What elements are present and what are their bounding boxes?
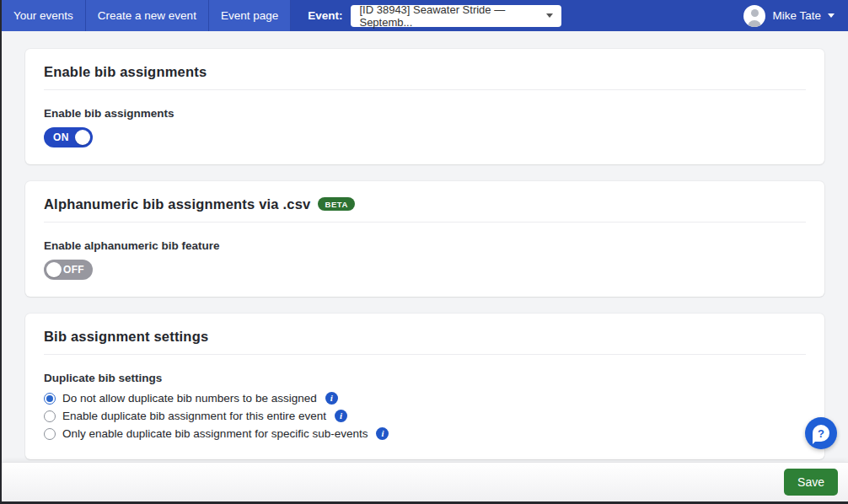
card-title: Bib assignment settings <box>44 329 208 344</box>
toggle-knob <box>46 262 62 277</box>
info-icon[interactable] <box>376 427 389 440</box>
chevron-down-icon <box>828 13 835 18</box>
radio-label: Do not allow duplicate bib numbers to be… <box>62 392 317 405</box>
radio-label: Enable duplicate bib assignment for this… <box>62 410 326 422</box>
nav-items: Your events Create a new event Event pag… <box>2 0 291 31</box>
alphanumeric-bib-label: Enable alphanumeric bib feature <box>44 239 806 253</box>
user-name: Mike Tate <box>772 9 821 22</box>
card-bib-assignment-settings: Bib assignment settings Duplicate bib se… <box>25 314 824 459</box>
save-button[interactable]: Save <box>784 469 838 496</box>
card-title: Enable bib assignments <box>44 64 207 79</box>
nav-item-your-events[interactable]: Your events <box>2 0 86 31</box>
toggle-knob <box>75 130 90 145</box>
info-icon[interactable] <box>325 392 338 405</box>
footer-bar: Save <box>2 462 848 501</box>
radio-option-duplicates-sub-events[interactable]: Only enable duplicate bib assignment for… <box>44 425 806 442</box>
divider <box>44 222 806 223</box>
radio-option-no-duplicates[interactable]: Do not allow duplicate bib numbers to be… <box>44 389 806 407</box>
nav-item-create-event[interactable]: Create a new event <box>86 0 209 31</box>
enable-bib-label: Enable bib assignments <box>44 107 806 121</box>
card-title: Alphanumeric bib assignments via .csv <box>44 196 310 212</box>
radio-button[interactable] <box>44 428 56 440</box>
enable-bib-toggle[interactable]: ON <box>44 127 93 147</box>
radio-label: Only enable duplicate bib assignment for… <box>62 427 368 440</box>
toggle-state-label: ON <box>53 131 69 143</box>
card-enable-bib-assignments: Enable bib assignments Enable bib assign… <box>25 49 824 164</box>
toggle-state-label: OFF <box>63 264 84 276</box>
top-nav-bar: Your events Create a new event Event pag… <box>2 0 848 31</box>
alphanumeric-bib-toggle[interactable]: OFF <box>44 260 93 280</box>
help-chat-icon: ? <box>813 425 829 442</box>
avatar <box>743 5 765 27</box>
nav-item-event-page[interactable]: Event page <box>209 0 291 31</box>
user-menu[interactable]: Mike Tate <box>743 0 848 31</box>
info-icon[interactable] <box>335 410 347 422</box>
help-button[interactable]: ? <box>805 417 837 449</box>
event-selector-dropdown[interactable]: [ID 38943] Seawater Stride — Septemb... <box>351 5 561 27</box>
divider <box>44 354 806 355</box>
event-selector-value: [ID 38943] Seawater Stride — Septemb... <box>359 3 539 29</box>
event-selector-label: Event: <box>308 9 342 22</box>
chevron-down-icon <box>546 13 553 18</box>
radio-option-duplicates-entire-event[interactable]: Enable duplicate bib assignment for this… <box>44 407 806 425</box>
divider <box>44 89 806 90</box>
main-content: Enable bib assignments Enable bib assign… <box>2 31 848 459</box>
radio-button[interactable] <box>44 410 56 422</box>
beta-badge: BETA <box>318 197 355 211</box>
radio-button[interactable] <box>44 393 56 405</box>
card-alphanumeric-bibs: Alphanumeric bib assignments via .csv BE… <box>25 181 824 297</box>
user-icon <box>751 9 759 17</box>
duplicate-bib-settings-label: Duplicate bib settings <box>44 372 806 384</box>
question-mark-icon: ? <box>818 428 824 439</box>
